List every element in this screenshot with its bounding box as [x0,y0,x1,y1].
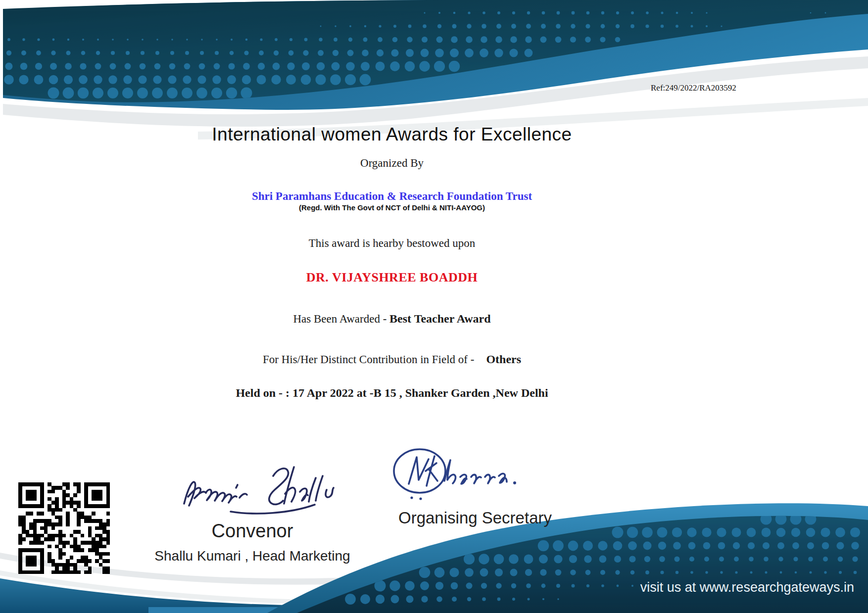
field-line-prefix: For His/Her Distinct Contribution in Fie… [263,353,474,366]
bestowed-line: This award is hearby bestowed upon [0,237,784,250]
convenor-signature-image [176,458,335,517]
convenor-name-detail: Shallu Kumari , Head Marketing [153,548,351,564]
field-line: For His/Her Distinct Contribution in Fie… [0,353,784,366]
top-wave-decoration [0,0,868,143]
convenor-signatory-block: Convenor Shallu Kumari , Head Marketing [153,520,351,564]
award-line: Has Been Awarded - Best Teacher Award [0,312,784,326]
secretary-signatory-block: Organising Secretary [391,509,559,527]
organized-by-label: Organized By [0,157,784,170]
qr-code [18,482,110,574]
secretary-signature-image [389,443,537,503]
field-value: Others [486,353,521,366]
organization-name: Shri Paramhans Education & Research Foun… [0,190,784,203]
convenor-title: Convenor [153,520,351,542]
event-details-line: Held on - : 17 Apr 2022 at -B 15 , Shank… [0,386,784,400]
recipient-name: DR. VIJAYSHREE BOADDH [0,270,784,285]
award-line-prefix: Has Been Awarded - [293,313,389,325]
award-name: Best Teacher Award [389,312,490,325]
reference-number: Ref:249/2022/RA203592 [651,83,736,93]
website-line: visit us at www.researchgateways.in [640,580,854,595]
organization-registration: (Regd. With The Govt of NCT of Delhi & N… [0,203,784,212]
organising-secretary-title: Organising Secretary [391,509,559,527]
certificate-page: Ref:249/2022/RA203592 International wome… [0,0,868,613]
certificate-title: International women Awards for Excellenc… [0,124,784,145]
